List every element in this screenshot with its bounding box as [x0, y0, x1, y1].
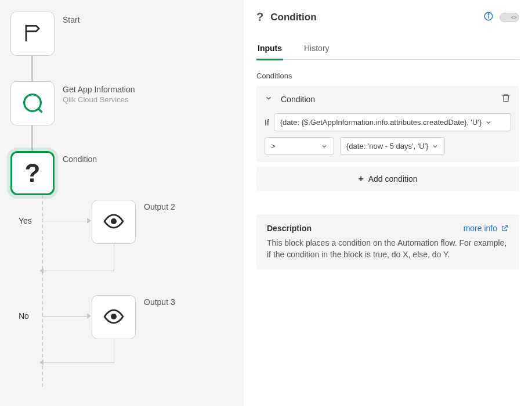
node-getapp[interactable]: Get App Information Qlik Cloud Services [10, 81, 238, 125]
info-icon[interactable] [483, 11, 494, 23]
arrow-icon [39, 360, 44, 365]
arrow-icon [87, 313, 91, 319]
eye-icon [103, 306, 125, 329]
node-condition-label: Condition [63, 155, 97, 164]
svg-point-3 [111, 313, 117, 319]
branch-spine [42, 195, 238, 387]
condition-block: Condition If {date: {$.GetAppInformation… [256, 86, 519, 162]
description-block: Description more info This block places … [256, 214, 519, 270]
node-output2[interactable] [92, 200, 136, 244]
chevron-down-icon [432, 143, 439, 150]
more-info-label: more info [464, 224, 497, 233]
node-condition[interactable]: ? Condition [10, 151, 238, 195]
svg-line-1 [38, 108, 42, 112]
flag-icon [21, 22, 44, 46]
connector [31, 125, 33, 151]
chevron-down-icon [485, 119, 492, 126]
svg-point-2 [111, 218, 117, 224]
node-output2-label: Output 2 [144, 202, 175, 211]
node-getapp-sub: Qlik Cloud Services [63, 95, 135, 104]
panel-title: Condition [270, 12, 316, 23]
add-condition-label: Add condition [368, 174, 418, 184]
left-expression-input[interactable]: {date: {$.GetAppInformation.info.attribu… [274, 113, 511, 131]
flow-canvas[interactable]: Start Get App Information Qlik Cloud Ser… [0, 0, 244, 406]
connector [31, 56, 33, 81]
chevron-down-icon[interactable] [265, 94, 273, 104]
node-start[interactable]: Start [10, 12, 238, 56]
description-title: Description [267, 224, 312, 233]
node-output3[interactable] [92, 295, 136, 339]
node-output3-label: Output 3 [144, 297, 175, 307]
branch-no-label: No [19, 311, 29, 321]
right-expression-input[interactable]: {date: 'now - 5 days', 'U'} [340, 137, 445, 155]
plus-icon: + [358, 174, 363, 184]
connector [42, 221, 89, 221]
if-label: If [265, 118, 269, 127]
operator-select[interactable]: > [265, 137, 334, 155]
connector [44, 362, 114, 363]
question-icon: ? [256, 10, 263, 24]
add-condition-button[interactable]: + Add condition [256, 167, 519, 191]
question-icon: ? [25, 159, 41, 188]
conditions-section-label: Conditions [256, 71, 519, 80]
connector [114, 244, 114, 271]
properties-panel: ? Condition <> Inputs History Conditions… [244, 0, 532, 406]
connector [114, 339, 114, 362]
tab-inputs[interactable]: Inputs [256, 38, 283, 60]
tab-history[interactable]: History [303, 38, 331, 59]
qlik-icon [20, 90, 45, 117]
chevron-down-icon [321, 143, 328, 150]
more-info-link[interactable]: more info [464, 224, 509, 233]
arrow-icon [87, 218, 91, 224]
operator-text: > [271, 142, 276, 150]
node-start-label: Start [63, 15, 80, 24]
connector [44, 271, 114, 271]
right-expression-text: {date: 'now - 5 days', 'U'} [346, 142, 428, 150]
condition-header-label: Condition [281, 95, 315, 104]
branch-yes-label: Yes [19, 216, 32, 225]
arrow-icon [39, 268, 44, 274]
connector [42, 316, 89, 317]
external-link-icon [501, 224, 509, 232]
node-getapp-label: Get App Information [63, 85, 135, 94]
svg-point-6 [488, 14, 489, 15]
panel-tabs: Inputs History [256, 38, 519, 60]
trash-icon[interactable] [501, 93, 511, 105]
eye-icon [103, 210, 125, 234]
code-toggle[interactable]: <> [500, 13, 519, 22]
description-text: This block places a condition on the Aut… [267, 238, 509, 260]
left-expression-text: {date: {$.GetAppInformation.info.attribu… [280, 118, 482, 127]
